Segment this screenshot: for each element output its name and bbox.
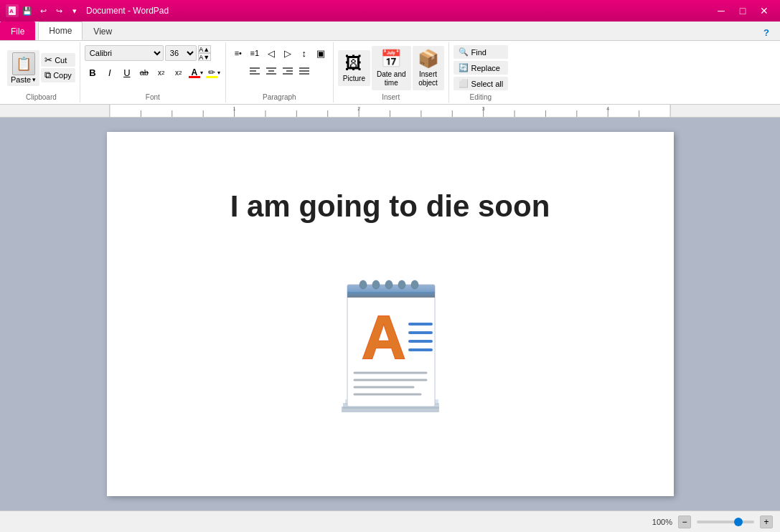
bullets-button[interactable]: ≡•: [230, 45, 246, 61]
font-bottom-row: B I U ab x2 x2 A ▾ ✏: [85, 65, 221, 80]
close-button[interactable]: ✕: [754, 3, 774, 19]
bold-button[interactable]: B: [85, 65, 100, 80]
maximize-button[interactable]: □: [733, 3, 753, 19]
document-page[interactable]: I am going to die soon: [107, 132, 674, 496]
copy-label: Copy: [53, 71, 72, 80]
highlight-color-button[interactable]: ✏ ▾: [205, 65, 221, 80]
underline-button[interactable]: U: [119, 65, 135, 80]
select-all-label: Select all: [471, 80, 504, 88]
paragraph-content: ≡• ≡1 ◁ ▷ ↕ ▣: [230, 44, 329, 92]
redo-quick-btn[interactable]: ↪: [52, 4, 66, 18]
picture-icon: 🖼: [345, 53, 362, 73]
font-group: Calibri 36 A▲ A▼ B I U ab x2 x2: [80, 42, 226, 103]
replace-icon: 🔄: [459, 63, 469, 72]
paste-dropdown-icon[interactable]: ▾: [32, 76, 36, 83]
svg-point-47: [411, 280, 418, 289]
editing-buttons: 🔍 Find 🔄 Replace ⬜ Select all: [454, 45, 509, 90]
superscript-button[interactable]: x2: [171, 65, 187, 80]
increase-indent-button[interactable]: ▷: [280, 45, 296, 61]
justify-button[interactable]: [296, 63, 312, 79]
align-right-button[interactable]: [280, 63, 296, 79]
zoom-out-button[interactable]: −: [678, 516, 691, 528]
find-button[interactable]: 🔍 Find: [454, 45, 509, 59]
cut-copy-group: ✂ Cut ⧉ Copy: [41, 53, 75, 82]
shading-button[interactable]: ▣: [313, 45, 329, 61]
title-bar: A 💾 ↩ ↪ ▾ Document - WordPad ─ □ ✕: [0, 0, 780, 22]
app-icon: A: [6, 4, 19, 17]
tab-file[interactable]: File: [0, 22, 35, 40]
svg-point-46: [398, 280, 405, 289]
ribbon-header: File Home View ?: [0, 22, 780, 41]
quick-access-toolbar: A 💾 ↩ ↪ ▾: [6, 4, 82, 18]
clipboard-label: Clipboard: [26, 92, 57, 101]
cut-label: Cut: [55, 56, 67, 65]
font-size-buttons: A▲ A▼: [198, 45, 211, 61]
undo-quick-btn[interactable]: ↩: [36, 4, 50, 18]
ribbon-right: ?: [753, 24, 780, 40]
picture-button[interactable]: 🖼 Picture: [338, 50, 370, 86]
document-text[interactable]: I am going to die soon: [150, 189, 631, 224]
svg-point-43: [360, 280, 367, 289]
paste-button[interactable]: 📋 Paste ▾: [7, 50, 39, 86]
help-button[interactable]: ?: [758, 24, 774, 40]
paragraph-group: ≡• ≡1 ◁ ▷ ↕ ▣: [226, 42, 334, 103]
font-shrink-button[interactable]: A▼: [198, 53, 211, 61]
paragraph-label: Paragraph: [263, 92, 296, 101]
line-spacing-button[interactable]: ↕: [296, 45, 312, 61]
align-center-button[interactable]: [263, 63, 279, 79]
font-top-row: Calibri 36 A▲ A▼: [85, 45, 211, 61]
replace-button[interactable]: 🔄 Replace: [454, 61, 509, 75]
font-size-select[interactable]: 36: [165, 45, 197, 61]
svg-text:A: A: [362, 303, 405, 371]
font-name-select[interactable]: Calibri: [85, 45, 164, 61]
find-icon: 🔍: [459, 47, 469, 57]
copy-button[interactable]: ⧉ Copy: [41, 68, 75, 82]
customize-quick-btn[interactable]: ▾: [67, 4, 82, 18]
select-all-button[interactable]: ⬜ Select all: [454, 77, 509, 90]
svg-rect-42: [347, 292, 435, 298]
svg-point-45: [385, 280, 393, 289]
ruler-inner: 1 2 3 4: [109, 105, 671, 117]
ruler: 1 2 3 4: [0, 105, 780, 118]
window-title: Document - WordPad: [86, 6, 169, 16]
save-quick-btn[interactable]: 💾: [20, 4, 34, 18]
svg-text:3: 3: [482, 105, 485, 113]
strikethrough-button[interactable]: ab: [136, 65, 152, 80]
cut-button[interactable]: ✂ Cut: [41, 53, 75, 67]
tab-view[interactable]: View: [83, 22, 123, 40]
select-all-icon: ⬜: [459, 79, 469, 88]
datetime-label: Date andtime: [377, 70, 406, 87]
ribbon: 📋 Paste ▾ ✂ Cut ⧉ Copy Clipboard: [0, 41, 780, 105]
italic-button[interactable]: I: [102, 65, 118, 80]
insert-object-button[interactable]: 📦 Insertobject: [413, 46, 444, 90]
insert-label: Insert: [382, 92, 400, 101]
window-controls: ─ □ ✕: [711, 3, 774, 19]
clipboard-group: 📋 Paste ▾ ✂ Cut ⧉ Copy Clipboard: [3, 42, 80, 103]
font-grow-button[interactable]: A▲: [198, 45, 211, 53]
insert-object-icon: 📦: [418, 49, 439, 69]
minimize-button[interactable]: ─: [711, 3, 731, 19]
editing-group: 🔍 Find 🔄 Replace ⬜ Select all Editing: [449, 42, 513, 103]
insert-object-label: Insertobject: [418, 70, 438, 87]
wordpad-icon-svg: A A: [327, 267, 453, 421]
find-label: Find: [471, 48, 487, 57]
zoom-thumb[interactable]: [734, 518, 743, 526]
zoom-in-button[interactable]: +: [760, 516, 773, 528]
font-label: Font: [146, 92, 160, 101]
svg-point-44: [372, 280, 380, 289]
datetime-button[interactable]: 📅 Date andtime: [372, 46, 411, 90]
numbering-button[interactable]: ≡1: [247, 45, 263, 61]
tab-home[interactable]: Home: [38, 22, 83, 40]
paragraph-top-row: ≡• ≡1 ◁ ▷ ↕ ▣: [230, 45, 329, 61]
zoom-slider[interactable]: [697, 521, 754, 523]
replace-label: Replace: [471, 64, 500, 72]
align-left-button[interactable]: [247, 63, 263, 79]
svg-text:1: 1: [233, 105, 236, 113]
clipboard-content: 📋 Paste ▾ ✂ Cut ⧉ Copy: [7, 44, 75, 92]
picture-label: Picture: [343, 75, 365, 83]
subscript-button[interactable]: x2: [154, 65, 169, 80]
cut-icon: ✂: [44, 54, 52, 65]
decrease-indent-button[interactable]: ◁: [263, 45, 279, 61]
font-color-button[interactable]: A ▾: [188, 65, 204, 80]
datetime-icon: 📅: [380, 49, 402, 69]
